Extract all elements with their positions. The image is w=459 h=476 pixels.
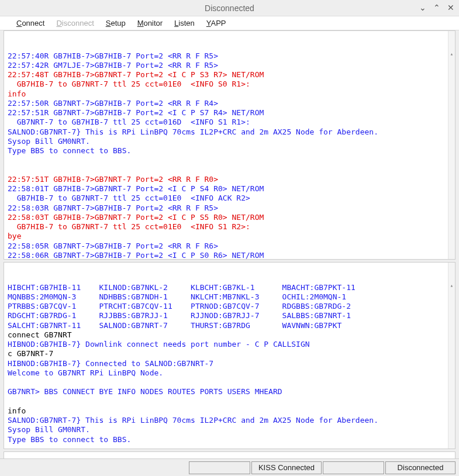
menu-yapp[interactable]: YAPP [206,19,226,27]
log-line: 22:58:06R GB7NRT-7>GB7HIB-7 Port=2 <I C … [8,251,451,260]
content-area: 22:57:40R GB7HIB-7>GB7HIB-7 Port=2 <RR R… [0,30,459,458]
log-line [8,165,451,175]
log-line: c GB7NRT-7 [8,349,451,358]
monitor-scrollbar[interactable]: ▴ [448,31,455,259]
log-line [8,397,451,406]
log-line: Welcome to GB7NRT RPi LinBPQ Node. [8,368,451,378]
log-line: PTRBBS:GB7CQV-1 PTRCHT:GB7CQV-11 PTRNOD:… [8,302,451,311]
log-line: 22:58:03R GB7NRT-7>GB7HIB-7 Port=2 <RR R… [8,203,451,213]
log-line: GB7NRT-7 to GB7HIB-7 ttl 25 cct=016D <IN… [8,118,451,127]
status-cell-kiss: KISS Connected [251,461,322,474]
log-line: SALCHT:GB7NRT-11 SALNOD:GB7NRT-7 THURST:… [8,321,451,330]
title-bar: Disconnected ⌄ ⌃ ✕ [0,0,459,16]
terminal-text: HIBCHT:GB7HIB-11 KILNOD:GB7NKL-2 KLBCHT:… [8,283,451,450]
log-line: connect GB7NRT [8,330,451,340]
monitor-pane[interactable]: 22:57:40R GB7HIB-7>GB7HIB-7 Port=2 <RR R… [4,30,455,260]
window-title: Disconnected [205,4,254,13]
log-line: info [8,89,451,99]
log-line: GB7HIB-7 to GB7NRT-7 ttl 25 cct=01E0 <IN… [8,194,451,203]
log-line: 22:58:01T GB7HIB-7>GB7NRT-7 Port=2 <I C … [8,184,451,194]
log-line: GB7NRT> BBS CONNECT BYE INFO NODES ROUTE… [8,387,451,396]
minimize-icon[interactable]: ⌄ [419,4,426,12]
menu-bar: Connect Disconnect Setup Monitor Listen … [0,16,459,30]
command-input-row [4,451,455,458]
log-line: SALNOD:GB7NRT-7} This is RPi LinBPQ 70cm… [8,416,451,425]
monitor-text: 22:57:40R GB7HIB-7>GB7HIB-7 Port=2 <RR R… [8,51,451,260]
status-cell-1 [189,461,250,474]
log-line: 22:57:42R GM7LJE-7>GB7HIB-7 Port=2 <RR R… [8,61,451,70]
status-bar: KISS Connected Disconnected [0,458,459,476]
terminal-scrollbar[interactable]: ▴ [448,263,455,449]
log-line: 22:57:40R GB7HIB-7>GB7HIB-7 Port=2 <RR R… [8,51,451,61]
log-line: GB7HIB-7 to GB7NRT-7 ttl 25 cct=01E0 <IN… [8,80,451,89]
command-input[interactable] [4,452,455,458]
log-line: info [8,406,451,416]
status-cell-conn: Disconnected [385,461,455,474]
log-line: Sysop Bill GM0NRT. [8,425,451,434]
menu-disconnect: Disconnect [56,19,94,27]
menu-setup[interactable]: Setup [106,19,126,27]
menu-connect[interactable]: Connect [16,19,44,27]
window-controls: ⌄ ⌃ ✕ [419,4,454,12]
scroll-up-icon[interactable]: ▴ [448,50,455,58]
menu-listen[interactable]: Listen [174,19,195,27]
log-line: 22:58:03T GB7HIB-7>GB7NRT-7 Port=2 <I C … [8,213,451,222]
log-line: 22:57:48T GB7HIB-7>GB7NRT-7 Port=2 <I C … [8,70,451,80]
log-line: HIBNOD:GB7HIB-7} Downlink connect needs … [8,340,451,349]
log-line [8,156,451,165]
menu-monitor[interactable]: Monitor [137,19,163,27]
log-line: 22:57:51T GB7HIB-7>GB7NRT-7 Port=2 <RR R… [8,175,451,184]
log-line: MQNBBS:2M0MQN-3 NDHBBS:GB7NDH-1 NKLCHT:M… [8,292,451,302]
log-line: HIBNOD:GB7HIB-7} Connected to SALNOD:GB7… [8,359,451,368]
terminal-pane[interactable]: HIBCHT:GB7HIB-11 KILNOD:GB7NKL-2 KLBCHT:… [4,262,455,449]
log-line [8,378,451,387]
status-cell-3 [323,461,384,474]
log-line: bye [8,232,451,241]
log-line: Type BBS to connect to BBS. [8,435,451,444]
log-line: 22:57:50R GB7NRT-7>GB7HIB-7 Port=2 <RR R… [8,99,451,108]
log-line: SALNOD:GB7NRT-7} This is RPi LinBPQ 70cm… [8,127,451,137]
log-line: RDGCHT:GB7RDG-1 RJJBBS:GB7RJJ-1 RJJNOD:G… [8,311,451,320]
maximize-icon[interactable]: ⌃ [433,4,440,12]
log-line: GB7HIB-7 to GB7NRT-7 ttl 25 cct=01E0 <IN… [8,222,451,232]
log-line: HIBCHT:GB7HIB-11 KILNOD:GB7NKL-2 KLBCHT:… [8,283,451,292]
log-line [8,444,451,449]
log-line: 22:58:05R GB7NRT-7>GB7HIB-7 Port=2 <RR R… [8,242,451,251]
log-line: 22:57:51R GB7NRT-7>GB7HIB-7 Port=2 <I C … [8,108,451,118]
scroll-up-icon[interactable]: ▴ [448,282,455,290]
close-icon[interactable]: ✕ [447,4,454,12]
log-line: Sysop Bill GM0NRT. [8,137,451,146]
log-line: Type BBS to connect to BBS. [8,146,451,156]
